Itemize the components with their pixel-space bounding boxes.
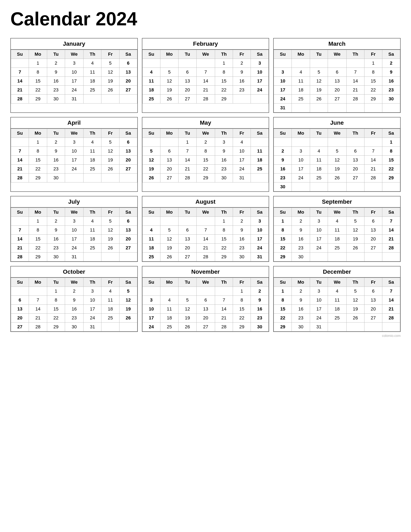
- calendar-day: 22: [274, 314, 292, 323]
- calendar-day: 11: [142, 77, 160, 86]
- calendar-day: 27: [364, 244, 382, 253]
- month-february: FebruarySuMoTuWeThFrSa 12345678910111213…: [142, 38, 269, 113]
- calendar-day: [196, 59, 215, 68]
- calendar-day: [364, 253, 382, 261]
- calendar-day: [292, 59, 310, 68]
- calendar-day: 23: [215, 165, 233, 173]
- day-header-tu: Tu: [179, 50, 196, 59]
- day-header-tu: Tu: [47, 278, 65, 287]
- calendar-day: 25: [292, 95, 310, 104]
- calendar-day: 16: [292, 305, 310, 314]
- calendar-day: 3: [142, 296, 160, 305]
- calendar-day: 9: [233, 226, 251, 235]
- calendar-day: 7: [382, 217, 400, 226]
- month-table-june: SuMoTuWeThFrSa 1234567891011121314151617…: [274, 129, 400, 191]
- calendar-day: 9: [47, 68, 65, 77]
- calendar-day: 12: [160, 235, 179, 244]
- calendar-day: 9: [251, 296, 269, 305]
- table-row: 10111213141516: [274, 77, 400, 86]
- calendar-day: 13: [160, 156, 179, 165]
- calendar-day: 5: [101, 217, 119, 226]
- calendar-day: 10: [251, 226, 269, 235]
- calendar-day: 6: [119, 59, 137, 68]
- calendar-day: 19: [101, 156, 119, 165]
- calendar-day: 4: [142, 226, 160, 235]
- table-row: 567891011: [142, 147, 269, 156]
- calendar-day: 16: [251, 305, 269, 314]
- calendar-day: [328, 182, 347, 191]
- calendar-day: 27: [346, 173, 364, 182]
- calendar-day: 1: [29, 59, 47, 68]
- table-row: 78910111213: [11, 68, 137, 77]
- calendar-day: 26: [179, 323, 196, 332]
- calendar-day: 21: [382, 305, 400, 314]
- watermark: colomio.com: [10, 334, 401, 338]
- day-header-fr: Fr: [101, 50, 119, 59]
- calendar-day: 13: [364, 226, 382, 235]
- table-row: 282930: [11, 173, 137, 182]
- calendar-day: 10: [310, 226, 328, 235]
- calendar-day: 14: [382, 296, 400, 305]
- month-june: JuneSuMoTuWeThFrSa 123456789101112131415…: [273, 117, 401, 192]
- calendar-day: 18: [328, 305, 347, 314]
- month-table-september: SuMoTuWeThFrSa12345678910111213141516171…: [274, 208, 400, 261]
- calendar-day: [142, 59, 160, 68]
- table-row: 9101112131415: [274, 156, 400, 165]
- calendar-day: 4: [328, 287, 347, 296]
- calendar-day: 16: [382, 77, 400, 86]
- calendar-day: 18: [292, 86, 310, 95]
- calendar-day: [101, 323, 119, 332]
- calendar-day: 8: [215, 68, 233, 77]
- day-header-tu: Tu: [310, 129, 328, 138]
- table-row: 123: [142, 217, 269, 226]
- calendar-day: 23: [274, 173, 292, 182]
- month-title-december: December: [274, 266, 400, 278]
- calendar-day: 11: [310, 156, 328, 165]
- calendar-day: [101, 173, 119, 182]
- table-row: 12345: [11, 287, 137, 296]
- calendar-day: 10: [84, 296, 101, 305]
- calendar-day: 28: [196, 95, 215, 104]
- calendar-day: 9: [47, 226, 65, 235]
- calendar-day: 1: [274, 217, 292, 226]
- table-row: 28293031: [11, 95, 137, 104]
- calendar-day: 5: [328, 147, 347, 156]
- calendar-day: 20: [119, 235, 137, 244]
- calendar-day: 3: [310, 287, 328, 296]
- day-header-sa: Sa: [382, 278, 400, 287]
- calendar-day: 1: [47, 287, 65, 296]
- calendar-day: 25: [310, 173, 328, 182]
- calendar-day: 22: [274, 244, 292, 253]
- calendar-day: 10: [274, 77, 292, 86]
- day-header-th: Th: [84, 278, 101, 287]
- day-header-we: We: [196, 278, 215, 287]
- calendar-day: 21: [196, 244, 215, 253]
- table-row: 2345678: [274, 147, 400, 156]
- day-header-tu: Tu: [47, 129, 65, 138]
- calendar-day: 7: [179, 147, 196, 156]
- calendar-day: 4: [310, 147, 328, 156]
- calendar-day: 29: [215, 95, 233, 104]
- day-header-tu: Tu: [179, 129, 196, 138]
- day-header-mo: Mo: [29, 129, 47, 138]
- day-header-sa: Sa: [119, 129, 137, 138]
- calendar-day: 4: [101, 287, 119, 296]
- calendar-day: 15: [274, 305, 292, 314]
- calendar-day: 23: [47, 165, 65, 173]
- calendar-day: 3: [274, 68, 292, 77]
- table-row: 2930: [274, 253, 400, 261]
- calendar-day: 29: [364, 95, 382, 104]
- calendar-day: 18: [328, 235, 347, 244]
- table-row: 1234567: [274, 287, 400, 296]
- calendar-day: [179, 217, 196, 226]
- day-header-su: Su: [11, 129, 29, 138]
- day-header-th: Th: [215, 208, 233, 217]
- day-header-fr: Fr: [101, 208, 119, 217]
- calendar-day: 7: [196, 226, 215, 235]
- day-header-mo: Mo: [292, 278, 310, 287]
- day-header-mo: Mo: [29, 278, 47, 287]
- calendar-day: 3: [292, 147, 310, 156]
- calendar-day: 21: [11, 244, 29, 253]
- calendar-day: [160, 59, 179, 68]
- month-title-january: January: [11, 38, 137, 50]
